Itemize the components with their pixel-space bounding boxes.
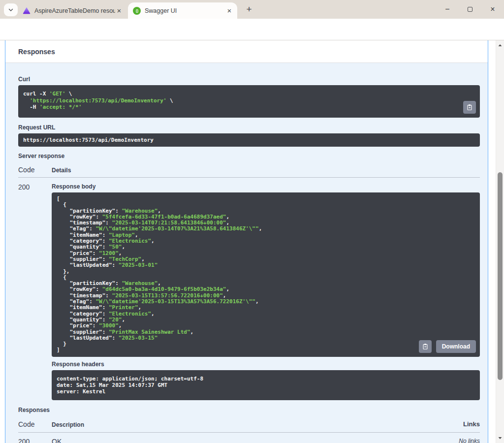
aspire-triangle-icon <box>23 7 31 15</box>
server-response-table-head: Code Details <box>18 162 480 178</box>
responses-title: Responses <box>18 48 55 56</box>
maximize-button[interactable] <box>459 5 481 14</box>
tab-aspire-dashboard[interactable]: AspireAzureTableDemo resourc × <box>18 2 127 19</box>
tab-strip: AspireAzureTableDemo resourc × { } Swagg… <box>0 0 504 19</box>
tab-title: AspireAzureTableDemo resourc <box>34 7 115 14</box>
curl-command: curl -X 'GET' \ 'https://localhost:7573/… <box>18 85 480 118</box>
scroll-down-icon[interactable] <box>498 436 503 441</box>
description-column-header: Description <box>52 420 463 428</box>
response-status-code: 200 <box>18 183 52 406</box>
minimize-button[interactable]: − <box>436 5 459 14</box>
responses-table-head: Code Description Links <box>18 417 480 433</box>
code-column-header: Code <box>18 420 52 428</box>
code-column-header: Code <box>18 166 52 174</box>
scroll-up-icon[interactable] <box>498 43 503 48</box>
row-description: OK <box>52 438 459 443</box>
details-column-header: Details <box>52 166 480 174</box>
curl-label: Curl <box>18 76 480 83</box>
links-column-header: Links <box>463 420 480 428</box>
request-url-label: Request URL <box>18 124 480 131</box>
responses-table-row: 200 OK No links <box>18 433 480 443</box>
row-code: 200 <box>18 438 52 443</box>
response-headers-text: content-type: application/json; charset=… <box>52 370 480 400</box>
clipboard-icon <box>422 343 429 350</box>
copy-response-button[interactable] <box>419 340 432 353</box>
responses-table-title: Responses <box>18 407 480 413</box>
server-response-row: 200 Response body [ { "partitionKey": "W… <box>18 178 480 406</box>
swagger-logo-icon: { } <box>133 7 141 15</box>
copy-curl-button[interactable] <box>463 101 476 114</box>
close-tab-icon[interactable]: × <box>115 7 123 15</box>
response-headers-label: Response headers <box>52 361 480 368</box>
close-tab-icon[interactable]: × <box>225 7 233 15</box>
chevron-down-icon <box>7 6 14 13</box>
tab-title: Swagger UI <box>145 7 225 14</box>
responses-section-header: Responses <box>5 40 488 63</box>
maximize-icon <box>468 7 472 12</box>
get-operation-block: Responses Curl curl -X 'GET' \ 'https://… <box>5 40 488 443</box>
window-controls: − × <box>436 0 504 19</box>
browser-toolbar: localhost:7573/swagger/index.html 5 G ⋮ <box>0 19 504 40</box>
vertical-scrollbar[interactable] <box>496 40 504 443</box>
server-response-label: Server response <box>18 153 480 159</box>
tab-swagger-ui[interactable]: { } Swagger UI × <box>128 2 237 19</box>
new-tab-button[interactable]: + <box>243 4 255 16</box>
tab-search-button[interactable] <box>4 3 18 16</box>
swagger-page: Responses Curl curl -X 'GET' \ 'https://… <box>0 40 496 443</box>
close-window-button[interactable]: × <box>481 5 504 14</box>
download-button[interactable]: Download <box>436 340 476 353</box>
request-url-value: https://localhost:7573/api/DemoInventory <box>18 133 480 147</box>
response-body-label: Response body <box>52 183 480 190</box>
response-body-json: [ { "partitionKey": "Warehouse", "rowKey… <box>52 192 480 357</box>
clipboard-icon <box>466 104 473 111</box>
row-links: No links <box>459 438 480 443</box>
scrollbar-thumb[interactable] <box>498 172 503 380</box>
